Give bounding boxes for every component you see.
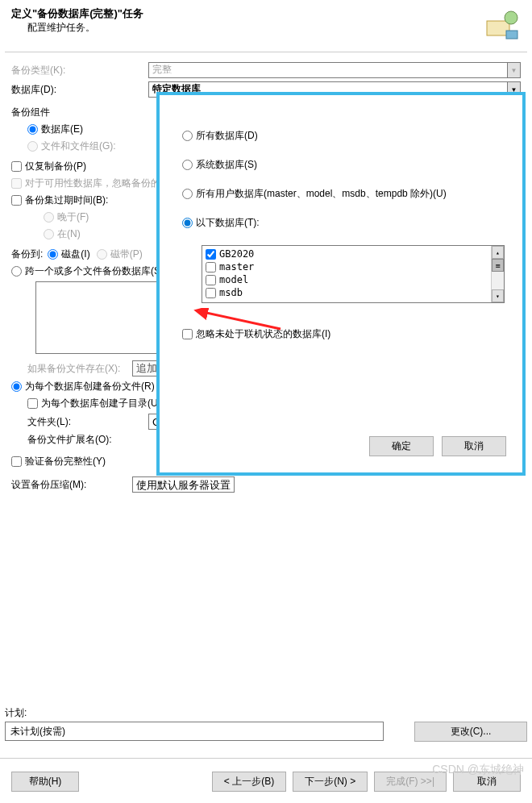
db-item-gb2020[interactable]: GB2020 [206,248,501,260]
span-files-radio[interactable]: 跨一个或多个文件备份数据库(S): [11,264,166,278]
change-schedule-button[interactable]: 更改(C)... [414,722,527,742]
per-db-file-radio[interactable]: 为每个数据库创建备份文件(R) [11,380,155,393]
component-database-radio[interactable]: 数据库(E) [27,123,83,136]
opt-system-databases[interactable]: 系统数据库(S) [182,158,257,172]
db-item-master[interactable]: master [206,260,501,273]
schedule-display: 未计划(按需) [5,722,384,741]
svg-rect-2 [506,31,517,39]
cancel-button[interactable]: 取消 [442,436,506,456]
per-db-subdir-checkbox[interactable]: 为每个数据库创建子目录(U) [27,397,161,410]
svg-line-3 [203,312,281,329]
schedule-section: 计划: 未计划(按需) 更改(C)... [5,706,527,742]
component-filegroup-radio: 文件和文件组(G): [27,139,116,153]
cancel-button[interactable]: 取消 [453,772,521,792]
expire-after-radio: 晚于(F) [44,210,89,224]
db-item-msdb[interactable]: msdb [206,286,501,299]
scroll-thumb[interactable]: ≡ [492,259,504,272]
chevron-down-icon: ▼ [507,63,520,77]
opt-user-databases[interactable]: 所有用户数据库(master、model、msdb、tempdb 除外)(U) [182,187,447,201]
verify-checkbox[interactable]: 验证备份完整性(Y) [11,455,106,468]
expire-checkbox[interactable]: 备份集过期时间(B): [11,193,108,207]
wizard-header: 定义"备份数据库(完整)"任务 配置维护任务。 [0,0,532,52]
db-item-model[interactable]: model [206,273,501,286]
compression-label: 设置备份压缩(M): [11,478,132,492]
component-label: 备份组件 [11,106,148,119]
backup-to-disk-radio[interactable]: 磁盘(I) [48,248,89,261]
backup-type-label: 备份类型(K): [11,64,148,77]
prev-button[interactable]: < 上一步(B) [212,772,286,792]
wizard-footer: 帮助(H) < 上一步(B) 下一步(N) > 完成(F) >>| 取消 [0,758,532,792]
database-checklist[interactable]: GB2020 master model msdb ▴ ≡ ▾ [202,245,505,303]
backup-to-tape-radio: 磁带(P) [97,248,143,261]
schedule-label: 计划: [5,706,527,720]
folder-label: 文件夹(L): [27,415,148,429]
ignore-offline-checkbox[interactable]: 忽略未处于联机状态的数据库(I) [182,327,330,341]
finish-button: 完成(F) >>| [374,772,447,792]
compression-select[interactable]: 使用默认服务器设置 [132,476,235,493]
database-label: 数据库(D): [11,83,148,97]
copy-only-checkbox[interactable]: 仅复制备份(P) [11,160,86,173]
help-button[interactable]: 帮助(H) [11,772,79,792]
scroll-up-icon[interactable]: ▴ [492,246,504,259]
scroll-down-icon[interactable]: ▾ [492,289,504,302]
scrollbar[interactable]: ▴ ≡ ▾ [491,246,504,302]
ext-label: 备份文件扩展名(O): [27,433,112,447]
svg-point-1 [505,11,517,24]
next-button[interactable]: 下一步(N) > [293,772,368,792]
page-subtitle: 配置维护任务。 [27,21,143,35]
expire-on-radio: 在(N) [44,227,81,241]
if-exists-label: 如果备份文件存在(X): [27,362,132,376]
availability-ignore-checkbox: 对于可用性数据库，忽略备份的副本优先级和在主副本上备份设置 [11,177,162,190]
opt-these-databases[interactable]: 以下数据库(T): [182,216,260,230]
backup-to-label: 备份到: [11,248,43,261]
ok-button[interactable]: 确定 [369,436,434,456]
task-icon [482,6,521,45]
database-picker-dialog: 所有数据库(D) 系统数据库(S) 所有用户数据库(master、model、m… [156,92,526,476]
opt-all-databases[interactable]: 所有数据库(D) [182,129,258,143]
backup-type-select: 完整 [148,62,521,78]
page-title: 定义"备份数据库(完整)"任务 [11,6,143,21]
